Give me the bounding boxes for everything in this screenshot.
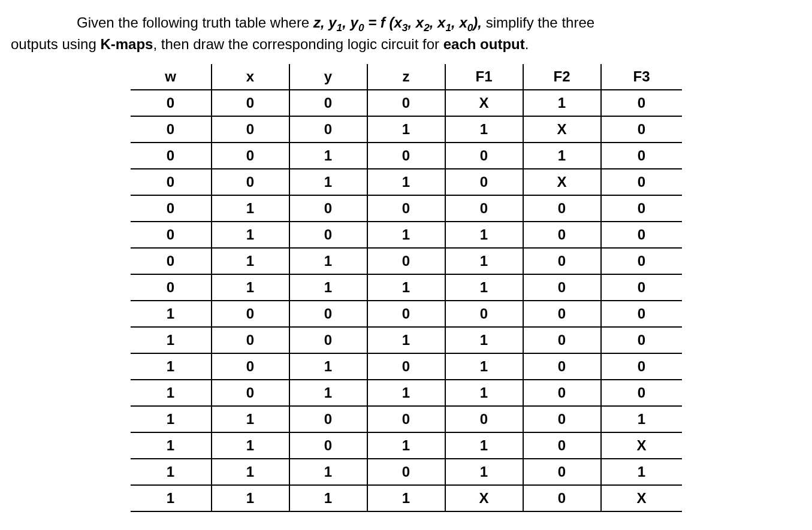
- table-cell: X: [601, 432, 682, 459]
- table-cell: 1: [131, 406, 212, 432]
- table-row: 1011100: [131, 380, 682, 406]
- table-cell: 1: [601, 406, 682, 432]
- table-cell: 0: [131, 195, 212, 222]
- table-cell: 1: [131, 301, 212, 327]
- table-cell: 1: [131, 432, 212, 459]
- table-cell: 1: [289, 169, 367, 195]
- table-cell: 1: [212, 195, 289, 222]
- table-cell: 0: [212, 90, 289, 116]
- sub-1b: 1: [445, 22, 451, 34]
- expr-eq: = f (x: [364, 14, 402, 31]
- table-cell: 0: [367, 143, 445, 169]
- table-row: 00011X0: [131, 116, 682, 143]
- table-cell: 1: [131, 459, 212, 485]
- sub-0b: 0: [467, 22, 473, 34]
- table-cell: 0: [367, 248, 445, 274]
- col-header-f1: F1: [445, 64, 523, 90]
- table-cell: 0: [131, 274, 212, 301]
- table-row: 0000X10: [131, 90, 682, 116]
- table-cell: X: [523, 116, 601, 143]
- table-cell: 0: [212, 169, 289, 195]
- table-cell: 1: [445, 459, 523, 485]
- text-kmaps: K-maps: [100, 36, 153, 52]
- expr-c3: , x: [451, 14, 467, 31]
- sub-2: 2: [424, 22, 430, 34]
- table-row: 1110101: [131, 459, 682, 485]
- table-cell: 1: [367, 380, 445, 406]
- text-simplify: simplify the three: [482, 14, 594, 31]
- table-cell: 1: [445, 380, 523, 406]
- table-cell: 0: [131, 169, 212, 195]
- expr-c2: , x: [430, 14, 446, 31]
- col-header-f3: F3: [601, 64, 682, 90]
- table-cell: 0: [601, 169, 682, 195]
- table-cell: 0: [523, 353, 601, 380]
- table-cell: 0: [601, 301, 682, 327]
- table-cell: 0: [523, 301, 601, 327]
- table-cell: 0: [367, 353, 445, 380]
- table-cell: 0: [212, 301, 289, 327]
- table-cell: 0: [601, 248, 682, 274]
- sub-3: 3: [402, 22, 408, 34]
- table-cell: 0: [131, 90, 212, 116]
- table-cell: 1: [289, 274, 367, 301]
- table-cell: 0: [289, 116, 367, 143]
- table-cell: 1: [212, 222, 289, 248]
- table-cell: 1: [445, 222, 523, 248]
- table-row: 1000000: [131, 301, 682, 327]
- table-cell: 0: [289, 90, 367, 116]
- table-row: 110110X: [131, 432, 682, 459]
- table-cell: 1: [212, 459, 289, 485]
- table-cell: 1: [212, 485, 289, 511]
- table-cell: 0: [445, 406, 523, 432]
- table-cell: 0: [601, 222, 682, 248]
- table-cell: 0: [523, 274, 601, 301]
- table-cell: 0: [601, 353, 682, 380]
- table-cell: 0: [601, 143, 682, 169]
- table-cell: 1: [445, 274, 523, 301]
- table-cell: 0: [367, 90, 445, 116]
- text-each-output: each output: [443, 36, 525, 52]
- table-cell: 1: [523, 143, 601, 169]
- table-cell: 0: [212, 353, 289, 380]
- table-cell: 0: [523, 327, 601, 353]
- table-header-row: w x y z F1 F2 F3: [131, 64, 682, 90]
- table-cell: 1: [289, 353, 367, 380]
- table-cell: 0: [289, 406, 367, 432]
- table-cell: 0: [289, 301, 367, 327]
- table-cell: 1: [445, 432, 523, 459]
- table-row: 0110100: [131, 248, 682, 274]
- table-cell: 0: [367, 459, 445, 485]
- table-cell: 0: [445, 195, 523, 222]
- table-cell: 0: [445, 169, 523, 195]
- text-outputs: outputs using: [11, 36, 100, 52]
- table-cell: 0: [523, 222, 601, 248]
- table-cell: 1: [289, 248, 367, 274]
- table-cell: 0: [289, 222, 367, 248]
- text-period: .: [525, 36, 529, 52]
- table-cell: 1: [131, 380, 212, 406]
- table-cell: 1: [367, 485, 445, 511]
- table-cell: 0: [212, 380, 289, 406]
- table-cell: 0: [523, 248, 601, 274]
- table-row: 0111100: [131, 274, 682, 301]
- expr-c1: , x: [407, 14, 424, 31]
- table-cell: X: [445, 90, 523, 116]
- col-header-w: w: [131, 64, 212, 90]
- table-cell: 1: [367, 169, 445, 195]
- table-cell: 1: [212, 274, 289, 301]
- table-cell: 1: [445, 353, 523, 380]
- expr-z: z, y: [313, 14, 337, 31]
- table-cell: 1: [131, 353, 212, 380]
- table-cell: 1: [367, 116, 445, 143]
- table-cell: 0: [601, 327, 682, 353]
- sub-1: 1: [337, 22, 343, 34]
- table-body: 0000X1000011X0001001000110X0010000001011…: [131, 90, 682, 511]
- text-given: Given the following truth table where: [77, 14, 313, 31]
- table-cell: 0: [212, 143, 289, 169]
- table-cell: 0: [601, 90, 682, 116]
- table-cell: 1: [289, 380, 367, 406]
- table-cell: 0: [523, 485, 601, 511]
- table-cell: 1: [367, 274, 445, 301]
- table-cell: 0: [289, 432, 367, 459]
